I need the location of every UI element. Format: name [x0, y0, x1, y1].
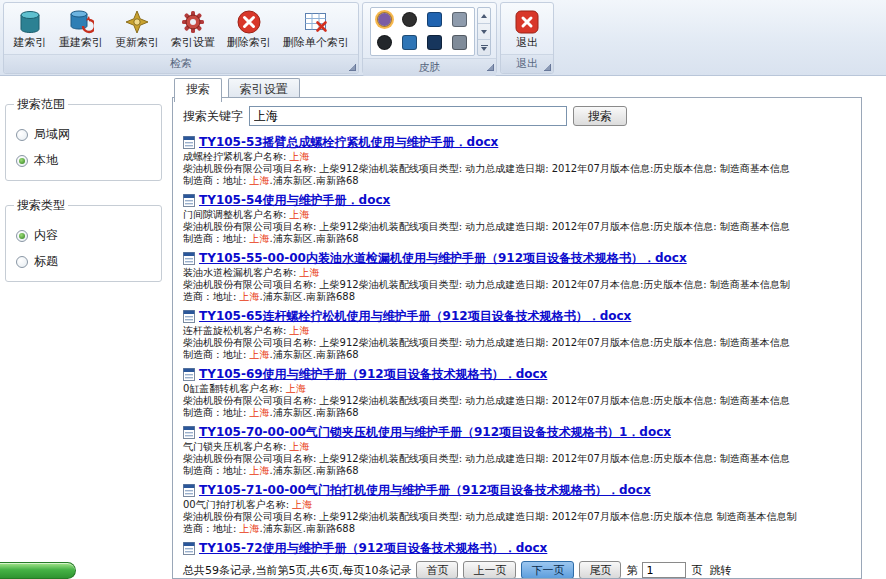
skin-swatch[interactable] [452, 12, 467, 27]
word-doc-icon [183, 484, 195, 497]
desc-text: 连杆盖旋松机客户名称: [183, 325, 290, 336]
search-keyword-label: 搜索关键字 [183, 108, 243, 125]
jump-button[interactable]: 跳转 [709, 563, 731, 578]
main-panel: 搜索 索引设置 搜索关键字 搜索 TY105-53摇臂总成螺栓拧紧机使用与维护手… [172, 78, 862, 579]
desc-text: 制造商：地址: [183, 233, 250, 244]
result-title-link[interactable]: TY105-70-00-00气门锁夹压机使用与维护手册（912项目设备技术规格书… [199, 424, 671, 441]
skin-swatch[interactable] [452, 35, 467, 50]
word-doc-icon [183, 136, 195, 149]
desc-text: 00气门拍打机客户名称: [183, 499, 292, 510]
result-title-link[interactable]: TY105-65连杆螺栓拧松机使用与维护手册（912项目设备技术规格书）．doc… [199, 308, 631, 325]
desc-text: 制造商：地址: [183, 407, 250, 418]
skin-swatch[interactable] [427, 35, 442, 50]
skin-swatch[interactable] [377, 35, 392, 50]
lan-radio[interactable] [16, 129, 28, 141]
result-desc-line: 装油水道检漏机客户名称: 上海 [183, 267, 853, 279]
tab-search[interactable]: 搜索 [174, 78, 222, 102]
result-desc-line: 柴油机股份有限公司项目名称: 上柴912柴油机装配线项目类型: 动力总成建造日期… [183, 221, 853, 233]
result-title-link[interactable]: TY105-71-00-00气门拍打机使用与维护手册（912项目设备技术规格书）… [199, 482, 651, 499]
gallery-down-icon[interactable] [478, 24, 490, 40]
search-result: TY105-65连杆螺栓拧松机使用与维护手册（912项目设备技术规格书）．doc… [183, 308, 853, 361]
result-title-link[interactable]: TY105-55-00-00内装油水道检漏机使用与维护手册（912项目设备技术规… [199, 250, 687, 267]
content-radio[interactable] [16, 230, 28, 242]
search-keyword-input[interactable] [249, 106, 567, 126]
keyword-highlight: 上海 [290, 209, 310, 220]
results-list: TY105-53摇臂总成螺栓拧紧机使用与维护手册．docx 成螺栓拧紧机客户名称… [181, 134, 853, 556]
keyword-highlight: 上海 [250, 349, 270, 360]
desc-text: 门间隙调整机客户名称: [183, 209, 290, 220]
result-description: 门间隙调整机客户名称: 上海柴油机股份有限公司项目名称: 上柴912柴油机装配线… [183, 209, 853, 245]
exit-button[interactable]: 退出 [504, 5, 550, 52]
first-page-button[interactable]: 首页 [416, 561, 458, 579]
result-desc-line: 成螺栓拧紧机客户名称: 上海 [183, 151, 853, 163]
local-radio[interactable] [16, 155, 28, 167]
skin-swatch[interactable] [377, 12, 392, 27]
radio-option-content[interactable]: 内容 [16, 227, 151, 244]
result-desc-line: 制造商：地址: 上海.浦东新区.南新路68 [183, 349, 853, 361]
desc-text: 装油水道检漏机客户名称: [183, 267, 300, 278]
radio-option-lan[interactable]: 局域网 [16, 126, 151, 143]
index-settings-label: 索引设置 [171, 37, 215, 49]
delete-single-index-icon [303, 9, 329, 35]
result-description: 00气门拍打机客户名称: 上海柴油机股份有限公司项目名称: 上柴912柴油机装配… [183, 499, 853, 535]
delete-single-index-button[interactable]: 删除单个索引 [277, 5, 355, 52]
keyword-highlight: 上海 [250, 175, 270, 186]
desc-text: .浦东新区.南新路688 [260, 291, 355, 302]
delete-index-button[interactable]: 删除索引 [221, 5, 277, 52]
desc-text: 柴油机股份有限公司项目名称: 上柴912柴油机装配线项目类型: 动力总成建造日期… [183, 163, 790, 174]
skin-swatch[interactable] [402, 35, 417, 50]
delete-single-index-label: 删除单个索引 [283, 37, 349, 49]
rebuild-index-label: 重建索引 [59, 37, 103, 49]
update-index-button[interactable]: 更新索引 [109, 5, 165, 52]
search-type-groupbox: 搜索类型 内容 标题 [5, 197, 162, 282]
skin-swatch[interactable] [402, 12, 417, 27]
update-index-icon [124, 9, 150, 35]
keyword-highlight: 上海 [290, 441, 310, 452]
gallery-more-icon[interactable] [478, 40, 490, 55]
desc-text: 柴油机股份有限公司项目名称: 上柴912柴油机装配线项目类型: 动力总成建造日期… [183, 221, 790, 232]
keyword-highlight: 上海 [250, 233, 270, 244]
index-settings-button[interactable]: 索引设置 [165, 5, 221, 52]
result-description: 0缸盖翻转机客户名称: 上海柴油机股份有限公司项目名称: 上柴912柴油机装配线… [183, 383, 853, 419]
desc-text: 成螺栓拧紧机客户名称: [183, 151, 290, 162]
dialog-launcher-icon[interactable] [349, 64, 356, 71]
word-doc-icon [183, 252, 195, 265]
result-desc-line: 柴油机股份有限公司项目名称: 上柴912柴油机装配线项目类型: 动力总成建造日期… [183, 453, 853, 465]
dialog-launcher-icon[interactable] [487, 64, 494, 71]
search-button[interactable]: 搜索 [573, 106, 627, 126]
result-desc-line: 制造商：地址: 上海.浦东新区.南新路68 [183, 233, 853, 245]
title-radio[interactable] [16, 256, 28, 268]
desc-text: 制造商：地址: [183, 465, 250, 476]
rebuild-index-button[interactable]: 重建索引 [53, 5, 109, 52]
result-title-row: TY105-70-00-00气门锁夹压机使用与维护手册（912项目设备技术规格书… [183, 424, 853, 440]
search-scope-groupbox: 搜索范围 局域网 本地 [5, 96, 162, 181]
ribbon-group-index: 建索引 重建索引 [3, 2, 359, 74]
result-title-link[interactable]: TY105-72使用与维护手册（912项目设备技术规格书）．docx [199, 540, 547, 557]
desc-text: 柴油机股份有限公司项目名称: 上柴912柴油机装配线项目类型: 动力总成建造日期… [183, 279, 790, 290]
word-doc-icon [183, 542, 195, 555]
prev-page-button[interactable]: 上一页 [463, 561, 516, 579]
result-desc-line: 柴油机股份有限公司项目名称: 上柴912柴油机装配线项目类型: 动力总成建造日期… [183, 511, 853, 523]
gallery-up-icon[interactable] [478, 8, 490, 24]
tab-strip: 搜索 索引设置 [172, 78, 862, 98]
result-title-link[interactable]: TY105-53摇臂总成螺栓拧紧机使用与维护手册．docx [199, 134, 498, 151]
status-indicator [0, 562, 76, 579]
skin-swatch[interactable] [427, 12, 442, 27]
result-title-row: TY105-72使用与维护手册（912项目设备技术规格书）．docx [183, 540, 853, 556]
result-title-link[interactable]: TY105-54使用与维护手册．docx [199, 192, 390, 209]
ribbon-toolbar: 建索引 重建索引 [0, 0, 886, 76]
radio-option-local[interactable]: 本地 [16, 152, 151, 169]
desc-text: 0缸盖翻转机客户名称: [183, 383, 286, 394]
desc-text: .浦东新区.南新路68 [270, 233, 359, 244]
last-page-button[interactable]: 尾页 [579, 561, 621, 579]
dialog-launcher-icon[interactable] [544, 64, 551, 71]
new-index-button[interactable]: 建索引 [7, 5, 53, 52]
update-index-label: 更新索引 [115, 37, 159, 49]
result-title-link[interactable]: TY105-69使用与维护手册（912项目设备技术规格书）．docx [199, 366, 547, 383]
keyword-highlight: 上海 [292, 499, 312, 510]
next-page-button[interactable]: 下一页 [521, 561, 574, 579]
radio-option-title[interactable]: 标题 [16, 253, 151, 270]
skin-gallery [370, 7, 491, 56]
page-number-input[interactable] [642, 562, 686, 578]
desc-text: 制造商：地址: [183, 175, 250, 186]
